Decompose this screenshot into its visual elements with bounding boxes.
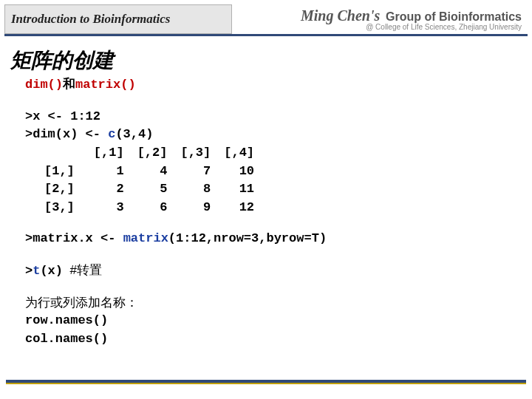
matrix-output: [,1] [,2] [,3] [,4] [1,]14710 [2,]25811 … [44,144,267,217]
kw-dim: dim() [25,78,63,92]
footer-rule [6,380,526,384]
brand-group: Group of Bioinformatics [386,10,522,23]
code-transpose: >t(x) #转置 [25,262,520,281]
names-label: 为行或列添加名称： [25,294,520,313]
comment-transpose: #转置 [63,263,102,277]
col-h: [,1] [94,144,137,163]
cell: 1 [94,163,137,181]
code-l1: >x <- 1:12 [25,108,520,126]
l4c: (x) [40,264,63,278]
row-h: [3,] [44,199,94,217]
funcs-line: dim()和matrix() [25,76,520,95]
slide-title: 矩阵的创建 [10,47,528,75]
cell: 10 [224,163,267,181]
kw-matrix: matrix() [75,78,136,92]
col-h: [,2] [137,144,181,163]
cell: 7 [180,163,224,181]
cell: 8 [180,180,224,199]
fn-matrix: matrix [123,231,168,245]
l3c: (1:12,nrow=3,byrow=T) [168,231,327,245]
row-h: [2,] [44,180,94,199]
brand-cursive: Ming Chen's [301,7,380,24]
fn-c: c [108,127,115,141]
cell: 6 [137,199,181,217]
brand-line: Ming Chen's Group of Bioinformatics [301,7,522,24]
col-h: [,4] [224,144,267,163]
l3a: >matrix.x <- [25,231,123,245]
header-left: Introduction to Bioinformatics [4,4,232,34]
slide-header: Introduction to Bioinformatics Ming Chen… [4,4,528,36]
cell: 3 [94,199,137,217]
l4a: > [25,264,33,278]
col-names: col.names() [25,330,520,349]
slide-content: dim()和matrix() >x <- 1:12 >dim(x) <- c(3… [4,76,528,349]
cell: 9 [180,199,224,217]
cell: 4 [137,163,181,181]
row-h: [1,] [44,163,94,181]
txt-and: 和 [63,78,75,92]
code-l2a: >dim(x) <- [25,127,108,141]
cell: 2 [94,180,137,199]
code-l2: >dim(x) <- c(3,4) [25,126,520,144]
header-right: Ming Chen's Group of Bioinformatics @ Co… [232,4,528,34]
cell: 5 [137,180,181,199]
code-l2c: (3,4) [115,127,153,141]
cell: 12 [224,199,267,217]
row-names: row.names() [25,312,520,330]
fn-t: t [33,264,40,278]
col-h: [,3] [180,144,224,163]
brand-sub: @ College of Life Sciences, Zhejiang Uni… [366,23,522,31]
code-matrix-call: >matrix.x <- matrix(1:12,nrow=3,byrow=T) [25,230,520,248]
cell: 11 [224,180,267,199]
